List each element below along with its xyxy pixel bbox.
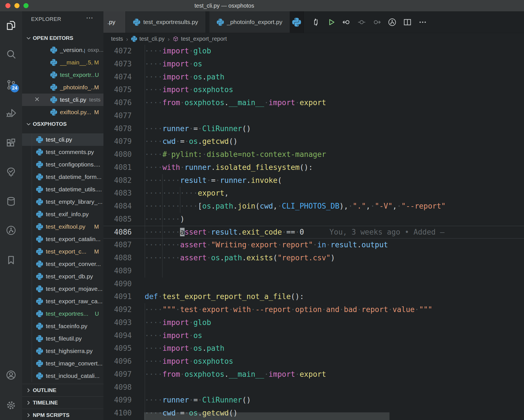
tree-item[interactable]: test_export_db.py: [22, 270, 103, 283]
line-number[interactable]: 4087: [103, 239, 132, 252]
line-number[interactable]: 4092: [103, 303, 132, 316]
line-number[interactable]: 4080: [103, 148, 132, 161]
tree-item[interactable]: test_highsierra.py: [22, 345, 103, 357]
line-number[interactable]: 4079: [103, 135, 132, 148]
breadcrumb-item[interactable]: test_export_report: [173, 36, 227, 42]
tree-item[interactable]: test_datetime_utils....: [22, 183, 103, 196]
navigate-current-button[interactable]: [357, 18, 366, 27]
code-line[interactable]: 4074····import·os.path: [103, 71, 524, 84]
code-line[interactable]: 4082········result·=·runner.invoke(: [103, 174, 524, 187]
gitlens-commit-graph-button[interactable]: [387, 18, 397, 27]
code-line[interactable]: 4075····import·osxphotos: [103, 83, 524, 96]
code-line[interactable]: 4079····cwd·=·os.getcwd(): [103, 135, 524, 148]
activity-bar-item-gitlens[interactable]: [5, 225, 17, 236]
activity-bar-item-manage[interactable]: [5, 400, 17, 411]
code-line[interactable]: 4083············export,: [103, 187, 524, 200]
open-editor-item[interactable]: __main__....5, M: [22, 56, 103, 69]
line-number[interactable]: 4082: [103, 174, 132, 187]
section-npm-scripts[interactable]: NPM SCRIPTS: [22, 409, 103, 420]
traffic-light-zoom[interactable]: [23, 3, 29, 8]
section-outline[interactable]: OUTLINE: [22, 384, 103, 396]
line-number[interactable]: 4076: [103, 96, 132, 109]
activity-bar-item-database[interactable]: [5, 196, 17, 207]
line-number[interactable]: 4097: [103, 368, 132, 381]
breadcrumb-item[interactable]: tests: [111, 36, 123, 42]
code-line[interactable]: 4086········assert·result.exit_code·==·0…: [103, 226, 524, 239]
activity-bar-item-explorer[interactable]: [5, 20, 17, 31]
code-line[interactable]: 4084············[os.path.join(cwd,·CLI_P…: [103, 200, 524, 213]
tree-item[interactable]: test_empty_library_...: [22, 196, 103, 208]
traffic-light-minimize[interactable]: [14, 3, 20, 8]
code-line[interactable]: 4088········assert·os.path.exists("repor…: [103, 252, 524, 265]
code-line[interactable]: 4096····import·osxphotos: [103, 355, 524, 368]
activity-bar-item-extensions[interactable]: [5, 137, 17, 149]
open-editor-item[interactable]: _photoinfo_...M: [22, 81, 103, 94]
tree-item[interactable]: test_incloud_catali...: [22, 370, 103, 382]
code-line[interactable]: 4080····#·pylint:·disable=not-context-ma…: [103, 148, 524, 161]
line-number[interactable]: 4074: [103, 71, 132, 84]
code-line[interactable]: 4085········): [103, 213, 524, 226]
activity-bar-item-todo-tree[interactable]: [5, 166, 17, 178]
line-number[interactable]: 4088: [103, 252, 132, 265]
close-icon[interactable]: [34, 96, 42, 104]
open-editor-item[interactable]: test_cli.pytests: [22, 94, 103, 106]
editor-tab[interactable]: _photoinfo_export.py: [209, 11, 290, 33]
tree-item[interactable]: test_cli.py: [22, 133, 103, 146]
code-line[interactable]: 4097····from·osxphotos.__main__·import·e…: [103, 368, 524, 381]
line-number[interactable]: 4089: [103, 265, 132, 278]
code-line[interactable]: 4072····import·glob: [103, 45, 524, 58]
open-editor-item[interactable]: test_exportr...U: [22, 69, 103, 81]
activity-bar-item-account[interactable]: [5, 369, 17, 381]
tree-item[interactable]: test_export_raw_ca...: [22, 295, 103, 308]
code-line[interactable]: 4090: [103, 278, 524, 291]
tree-item[interactable]: test_image_convert...: [22, 357, 103, 370]
code-line[interactable]: 4095····import·os.path: [103, 342, 524, 355]
line-number[interactable]: 4095: [103, 342, 132, 355]
activity-bar-item-search[interactable]: [5, 49, 17, 60]
line-number[interactable]: 4094: [103, 329, 132, 342]
code-line[interactable]: 4073····import·os: [103, 58, 524, 71]
activity-bar-item-run-and-debug[interactable]: [5, 107, 17, 119]
tree-item[interactable]: test_fileutil.py: [22, 332, 103, 345]
split-editor-button[interactable]: [403, 18, 412, 27]
line-number[interactable]: 4077: [103, 109, 132, 122]
code-line[interactable]: 4092····"""·test·export·with·--report·op…: [103, 303, 524, 316]
line-number[interactable]: 4084: [103, 200, 132, 213]
code-line[interactable]: 4087········assert·"Writing·export·repor…: [103, 239, 524, 252]
code-line[interactable]: 4089: [103, 265, 524, 278]
code-line[interactable]: 4076····from·osxphotos.__main__·import·e…: [103, 96, 524, 109]
tree-item[interactable]: test_faceinfo.py: [22, 320, 103, 332]
run-python-file-button[interactable]: [326, 18, 336, 27]
compare-changes-button[interactable]: [311, 18, 321, 27]
line-number[interactable]: 4081: [103, 161, 132, 174]
line-number[interactable]: 4083: [103, 187, 132, 200]
editor-tab[interactable]: .py: [103, 11, 126, 33]
tree-item[interactable]: test_exiftool.pyM: [22, 220, 103, 233]
line-number[interactable]: 4086: [103, 226, 132, 239]
sidebar-more-actions-icon[interactable]: ⋯: [86, 14, 94, 22]
section-timeline[interactable]: TIMELINE: [22, 396, 103, 409]
section-open-editors[interactable]: OPEN EDITORS: [22, 33, 103, 44]
code-line[interactable]: 4099····runner·=·CliRunner(): [103, 394, 524, 407]
line-number[interactable]: 4072: [103, 45, 132, 58]
line-number[interactable]: 4100: [103, 407, 132, 420]
code-editor[interactable]: 4072····import·glob4073····import·os4074…: [103, 45, 524, 420]
code-line[interactable]: 4091def·test_export_report_not_a_file():: [103, 290, 524, 303]
tree-item[interactable]: test_export_mojave...: [22, 283, 103, 295]
code-line[interactable]: 4094····import·os: [103, 329, 524, 342]
line-number[interactable]: 4093: [103, 316, 132, 329]
line-number[interactable]: 4091: [103, 290, 132, 303]
python-extension-button[interactable]: [290, 11, 304, 33]
breadcrumb-item[interactable]: test_cli.py: [131, 36, 164, 42]
code-line[interactable]: 4078····runner·=·CliRunner(): [103, 122, 524, 135]
line-number[interactable]: 4075: [103, 83, 132, 96]
navigate-back-button[interactable]: [342, 18, 351, 27]
open-editor-item[interactable]: exiftool.py...M: [22, 106, 103, 118]
code-line[interactable]: 4098: [103, 381, 524, 394]
more-actions-button[interactable]: [418, 18, 427, 27]
code-line[interactable]: 4093····import·glob: [103, 316, 524, 329]
line-number[interactable]: 4099: [103, 394, 132, 407]
line-number[interactable]: 4090: [103, 278, 132, 291]
section-osxphotos[interactable]: OSXPHOTOS: [22, 118, 103, 130]
horizontal-scrollbar[interactable]: [144, 412, 389, 420]
